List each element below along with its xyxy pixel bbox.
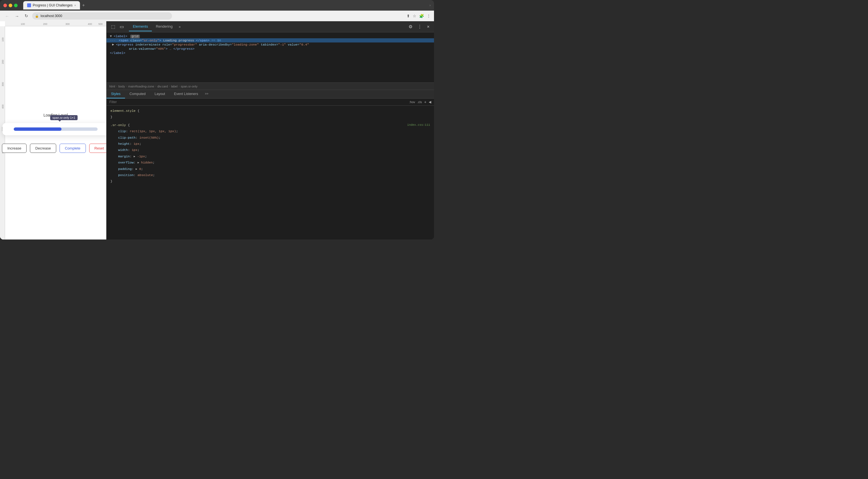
tab-favicon bbox=[27, 3, 31, 7]
element-style-selector: element.style bbox=[111, 109, 135, 113]
css-prop-margin: margin: ► -1px; bbox=[106, 153, 434, 160]
breadcrumb-div[interactable]: div.card bbox=[157, 85, 168, 88]
css-prop-height: height: 1px; bbox=[106, 141, 434, 147]
dots-icon: ··· bbox=[110, 38, 116, 42]
css-prop-overflow: overflow: ► hidden; bbox=[106, 160, 434, 166]
css-prop-clip: clip: rect(1px, 1px, 1px, 1px); bbox=[106, 128, 434, 134]
maximize-traffic-light[interactable] bbox=[14, 4, 18, 7]
device-toolbar-button[interactable]: ▭ bbox=[118, 23, 126, 30]
breadcrumb-body[interactable]: body bbox=[118, 85, 125, 88]
bookmark-icon[interactable]: ☆ bbox=[413, 14, 416, 18]
chevron-right-icon: › bbox=[430, 3, 431, 7]
share-icon[interactable]: ⬆ bbox=[407, 14, 410, 18]
webpage-panel: 100 200 300 400 500 100 200 300 400 500 … bbox=[0, 21, 106, 240]
ruler-horizontal: 100 200 300 400 500 bbox=[5, 21, 106, 26]
css-prop-padding: padding: ► 0; bbox=[106, 166, 434, 172]
ruler-v-tick-300: 300 bbox=[1, 82, 4, 86]
nav-actions: ⬆ ☆ 🧩 ⋮ bbox=[407, 14, 431, 18]
decrease-button[interactable]: Decrease bbox=[30, 143, 56, 153]
ruler-h-tick-300: 300 bbox=[65, 23, 70, 25]
more-icon[interactable]: ⋮ bbox=[427, 14, 431, 18]
webpage-content: Loading Level span.sr-only 1×1 Increase … bbox=[5, 26, 106, 240]
expand-icon[interactable]: ► bbox=[112, 43, 114, 46]
breadcrumb-label[interactable]: label bbox=[171, 85, 178, 88]
progress-bar-fill bbox=[14, 127, 62, 131]
element-style-rule: element.style { bbox=[106, 108, 434, 114]
reset-button[interactable]: Reset bbox=[89, 143, 106, 153]
action-buttons: Increase Decrease Complete Reset bbox=[2, 143, 106, 153]
extension-icon[interactable]: 🧩 bbox=[419, 14, 424, 18]
tab-close-button[interactable]: × bbox=[74, 4, 76, 7]
ruler-v-tick-200: 200 bbox=[1, 60, 4, 64]
styles-tab-event-listeners[interactable]: Event Listeners bbox=[169, 90, 203, 98]
sr-only-tooltip: span.sr-only 1×1 bbox=[50, 115, 78, 120]
traffic-lights bbox=[3, 4, 18, 7]
styles-tab-styles[interactable]: Styles bbox=[106, 90, 125, 98]
hov-toggle[interactable]: :hov bbox=[409, 100, 415, 104]
styles-tabs: Styles Computed Layout Event Listeners >… bbox=[106, 90, 434, 99]
devtools-close-button[interactable]: × bbox=[425, 23, 431, 30]
devtools-toolbar: ⬚ ▭ Elements Rendering » ⚙ ⋮ × bbox=[106, 21, 434, 32]
sr-only-rule-close: } bbox=[106, 178, 434, 185]
css-prop-position: position: absolute; bbox=[106, 172, 434, 178]
css-prop-width: width: 1px; bbox=[106, 147, 434, 153]
new-tab-button[interactable]: + bbox=[82, 3, 85, 8]
dom-line-progress: ► <progress indeterminate role="progress… bbox=[106, 42, 434, 47]
styles-tab-layout[interactable]: Layout bbox=[150, 90, 170, 98]
forward-button[interactable]: → bbox=[13, 13, 21, 19]
filter-arrow-button[interactable]: ◀ bbox=[429, 100, 431, 104]
ruler-h-tick-200: 200 bbox=[43, 23, 47, 25]
filter-input[interactable] bbox=[109, 100, 407, 104]
tab-elements[interactable]: Elements bbox=[129, 22, 152, 31]
devtools-settings-button[interactable]: ⚙ bbox=[407, 23, 414, 30]
css-prop-clip-path: clip-path: inset(50%); bbox=[106, 135, 434, 141]
progress-card: span.sr-only 1×1 bbox=[2, 123, 106, 135]
cls-toggle[interactable]: .cls bbox=[417, 100, 422, 104]
tab-rendering[interactable]: Rendering bbox=[152, 22, 177, 31]
ruler-h-tick-500: 500 bbox=[98, 23, 103, 25]
tab-title: Progress | GUI Challenges bbox=[33, 3, 73, 7]
devtools-dots-button[interactable]: ⋮ bbox=[416, 23, 424, 30]
tab-more-button[interactable]: » bbox=[177, 23, 183, 31]
ruler-h-tick-400: 400 bbox=[88, 23, 92, 25]
styles-tab-computed[interactable]: Computed bbox=[125, 90, 150, 98]
lock-icon: 🔒 bbox=[35, 14, 39, 18]
tab-bar: Progress | GUI Challenges × + bbox=[23, 1, 85, 9]
dom-line-label: ▼ <label> grid bbox=[106, 34, 434, 38]
ruler-v-tick-400: 400 bbox=[1, 104, 4, 109]
add-style-button[interactable]: + bbox=[424, 100, 427, 104]
inspect-element-button[interactable]: ⬚ bbox=[109, 23, 117, 30]
url-text: localhost:3000 bbox=[40, 14, 62, 18]
sr-only-selector: .sr-only bbox=[111, 123, 126, 127]
minimize-traffic-light[interactable] bbox=[9, 4, 12, 7]
dom-line-span-sronly[interactable]: ··· <span class="sr-only"> Loading progr… bbox=[106, 38, 434, 42]
back-button[interactable]: ← bbox=[3, 13, 11, 19]
ruler-v-tick-100: 100 bbox=[1, 37, 4, 42]
element-style-close: } bbox=[106, 114, 434, 120]
devtools-toolbar-right: ⚙ ⋮ × bbox=[407, 23, 431, 30]
devtools-tabs: Elements Rendering » bbox=[129, 22, 183, 31]
breadcrumb-html[interactable]: html bbox=[109, 85, 115, 88]
sr-only-rule-selector: .sr-only { index.css:111 bbox=[106, 122, 434, 128]
refresh-button[interactable]: ↻ bbox=[23, 13, 30, 19]
close-traffic-light[interactable] bbox=[3, 4, 7, 7]
dom-tree: ▼ <label> grid ··· <span class="sr-only"… bbox=[106, 32, 434, 83]
filter-bar: :hov .cls + ◀ bbox=[106, 99, 434, 106]
breadcrumb-main[interactable]: main#loading-zone bbox=[128, 85, 154, 88]
dom-line-progress-cont: aria-valuenow="40%"> … </progress> bbox=[106, 47, 434, 51]
dom-line-close-label: </label> bbox=[106, 51, 434, 55]
nav-bar: ← → ↻ 🔒 localhost:3000 ⬆ ☆ 🧩 ⋮ bbox=[0, 11, 434, 21]
triangle-icon[interactable]: ▼ bbox=[110, 34, 112, 38]
css-rules: element.style { } .sr-only { index.css:1… bbox=[106, 106, 434, 240]
devtools-panel: ⬚ ▭ Elements Rendering » ⚙ ⋮ × ▼ <la bbox=[106, 21, 434, 240]
content-area: 100 200 300 400 500 100 200 300 400 500 … bbox=[0, 21, 434, 240]
active-tab[interactable]: Progress | GUI Challenges × bbox=[23, 1, 80, 9]
css-source-reference: index.css:111 bbox=[407, 123, 430, 127]
styles-tab-more[interactable]: >> bbox=[203, 90, 211, 98]
increase-button[interactable]: Increase bbox=[2, 143, 27, 153]
complete-button[interactable]: Complete bbox=[60, 143, 86, 153]
title-bar: Progress | GUI Challenges × + › bbox=[0, 0, 434, 11]
progress-bar-container bbox=[14, 127, 98, 131]
breadcrumb-span[interactable]: span.sr-only bbox=[181, 85, 197, 88]
address-bar[interactable]: 🔒 localhost:3000 bbox=[32, 12, 172, 20]
